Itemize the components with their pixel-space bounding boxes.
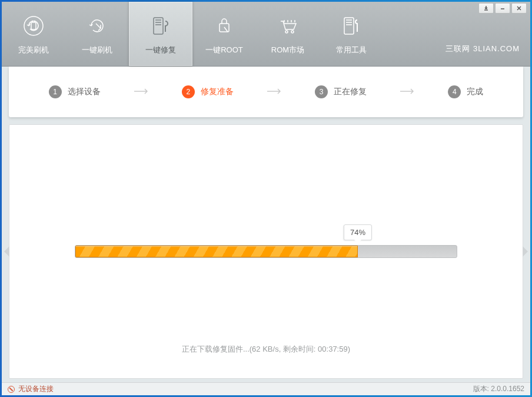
svg-point-6 bbox=[285, 31, 288, 33]
step-number: 1 bbox=[49, 85, 62, 98]
tool-one-key-flash[interactable]: 一键刷机 bbox=[65, 2, 129, 66]
tool-perfect-flash[interactable]: 完美刷机 bbox=[2, 2, 65, 66]
svg-point-2 bbox=[32, 21, 33, 21]
close-button[interactable] bbox=[511, 3, 527, 14]
step-select-device: 1 选择设备 bbox=[49, 85, 101, 98]
progress-tooltip: 74% bbox=[344, 224, 372, 240]
step-label: 完成 bbox=[467, 87, 483, 97]
tool-rom-market[interactable]: ROM市场 bbox=[256, 2, 320, 66]
status-bar: 无设备连接 版本: 2.0.0.1652 bbox=[2, 382, 530, 395]
tool-label: 一键ROOT bbox=[205, 45, 243, 55]
touch-refresh-icon bbox=[84, 13, 110, 39]
step-arrow-icon bbox=[133, 87, 149, 97]
tool-label: 一键修复 bbox=[145, 45, 176, 55]
android-refresh-icon bbox=[21, 13, 46, 39]
cart-icon bbox=[275, 13, 301, 39]
svg-point-0 bbox=[24, 16, 43, 35]
tool-common-tools[interactable]: 常用工具 bbox=[320, 2, 383, 66]
window-controls bbox=[478, 3, 527, 14]
step-arrow-icon bbox=[266, 87, 282, 97]
step-label: 正在修复 bbox=[334, 87, 367, 97]
step-bar: 1 选择设备 2 修复准备 3 正在修复 4 完成 bbox=[9, 67, 523, 117]
progress-wrap: 74% bbox=[75, 245, 457, 258]
step-repair-prepare: 2 修复准备 bbox=[182, 85, 234, 98]
step-label: 选择设备 bbox=[68, 87, 101, 97]
progress-bar bbox=[75, 245, 457, 258]
minimize-icon bbox=[500, 5, 506, 11]
minimize-button[interactable] bbox=[495, 3, 510, 14]
no-device-icon bbox=[8, 386, 15, 393]
phone-tool-icon bbox=[338, 13, 364, 39]
tool-one-key-root[interactable]: 一键ROOT bbox=[192, 2, 256, 66]
pin-icon bbox=[483, 5, 489, 11]
device-status: 无设备连接 bbox=[8, 384, 54, 394]
tool-label: 一键刷机 bbox=[82, 45, 112, 55]
progress-fill bbox=[75, 246, 358, 257]
step-number: 3 bbox=[315, 85, 328, 98]
phone-wrench-icon bbox=[148, 13, 174, 39]
step-number: 2 bbox=[182, 85, 195, 98]
version-label: 版本: 2.0.0.1652 bbox=[473, 384, 524, 394]
step-repairing: 3 正在修复 bbox=[315, 85, 367, 98]
brand-watermark: 三联网 3LIAN.COM bbox=[445, 44, 520, 54]
tool-label: ROM市场 bbox=[271, 45, 304, 55]
step-arrow-icon bbox=[399, 87, 415, 97]
main-toolbar: 完美刷机 一键刷机 一键修复 一键ROOT ROM市场 bbox=[2, 2, 530, 67]
content-panel: 74% 正在下载修复固件...(62 KB/s, 剩余时间: 00:37:59) bbox=[9, 124, 523, 379]
tool-label: 常用工具 bbox=[336, 45, 367, 55]
tool-label: 完美刷机 bbox=[18, 45, 49, 55]
step-label: 修复准备 bbox=[201, 87, 234, 97]
step-number: 4 bbox=[448, 85, 461, 98]
lock-touch-icon bbox=[211, 13, 237, 39]
close-icon bbox=[516, 5, 522, 11]
device-status-text: 无设备连接 bbox=[18, 384, 54, 394]
tool-one-key-repair[interactable]: 一键修复 bbox=[129, 2, 192, 66]
app-window: 完美刷机 一键刷机 一键修复 一键ROOT ROM市场 bbox=[2, 2, 530, 395]
svg-point-3 bbox=[35, 21, 35, 21]
svg-rect-1 bbox=[31, 22, 36, 29]
download-status-text: 正在下载修复固件...(62 KB/s, 剩余时间: 00:37:59) bbox=[182, 344, 350, 355]
step-complete: 4 完成 bbox=[448, 85, 483, 98]
svg-point-7 bbox=[291, 31, 294, 33]
pin-button[interactable] bbox=[478, 3, 494, 14]
